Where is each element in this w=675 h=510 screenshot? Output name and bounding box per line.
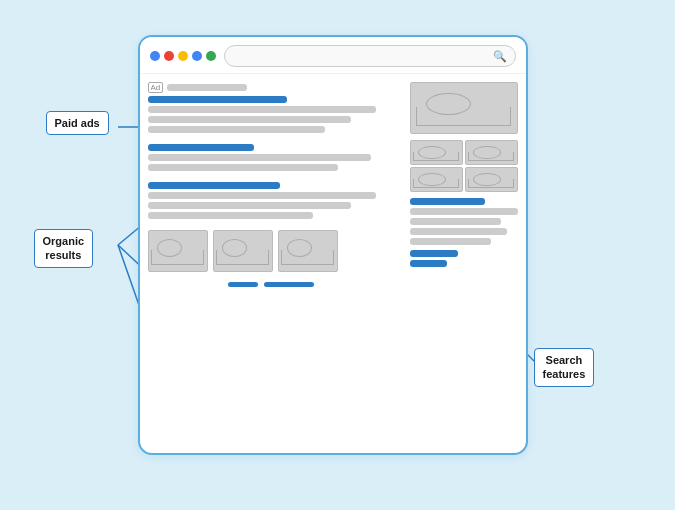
organic-result-1 xyxy=(148,144,402,171)
ad-text-2 xyxy=(148,116,351,123)
diagram-container: Paid ads Organicresults Searchfeatures 🔍 xyxy=(18,15,658,495)
grid-img-3 xyxy=(410,167,463,192)
grid-img-4 xyxy=(465,167,518,192)
side-text4 xyxy=(410,238,491,245)
side-text2 xyxy=(410,218,502,225)
dot-4 xyxy=(192,51,202,61)
dot-1 xyxy=(150,51,160,61)
side-link2 xyxy=(410,260,448,267)
side-title xyxy=(410,198,486,205)
dot-2 xyxy=(164,51,174,61)
search-features-label: Searchfeatures xyxy=(534,348,595,387)
browser-content: Ad xyxy=(140,74,526,295)
browser-window: 🔍 Ad xyxy=(138,35,528,455)
ad-section: Ad xyxy=(148,82,402,136)
thumb-1 xyxy=(148,230,208,272)
ad-text-1 xyxy=(148,106,377,113)
organic-results-label: Organicresults xyxy=(34,229,94,268)
ad-content xyxy=(148,96,402,133)
grid-img-1 xyxy=(410,140,463,165)
search-icon: 🔍 xyxy=(493,50,507,63)
scrollbar-1 xyxy=(228,282,258,287)
browser-dots xyxy=(150,51,216,61)
side-text-block xyxy=(410,198,518,267)
result2-text1 xyxy=(148,192,377,199)
dot-3 xyxy=(178,51,188,61)
result2-text3 xyxy=(148,212,313,219)
side-column xyxy=(410,82,518,287)
paid-ads-label: Paid ads xyxy=(46,111,109,135)
result1-title xyxy=(148,144,255,151)
scrollbar-area xyxy=(148,282,402,287)
thumb-3 xyxy=(278,230,338,272)
result2-title xyxy=(148,182,280,189)
dot-5 xyxy=(206,51,216,61)
side-text3 xyxy=(410,228,507,235)
bottom-images xyxy=(148,230,402,272)
ad-url-bar xyxy=(167,84,247,91)
ad-title-bar xyxy=(148,96,288,103)
scrollbar-2 xyxy=(264,282,314,287)
grid-img-2 xyxy=(465,140,518,165)
result1-text2 xyxy=(148,164,339,171)
ad-badge: Ad xyxy=(148,82,164,93)
side-img-grid xyxy=(410,140,518,192)
main-column: Ad xyxy=(148,82,402,287)
side-main-img xyxy=(410,82,518,134)
search-bar[interactable]: 🔍 xyxy=(224,45,516,67)
browser-titlebar: 🔍 xyxy=(140,37,526,74)
result2-text2 xyxy=(148,202,351,209)
side-text1 xyxy=(410,208,518,215)
organic-result-2 xyxy=(148,182,402,219)
thumb-2 xyxy=(213,230,273,272)
side-link xyxy=(410,250,459,257)
result1-text1 xyxy=(148,154,372,161)
ad-text-3 xyxy=(148,126,326,133)
